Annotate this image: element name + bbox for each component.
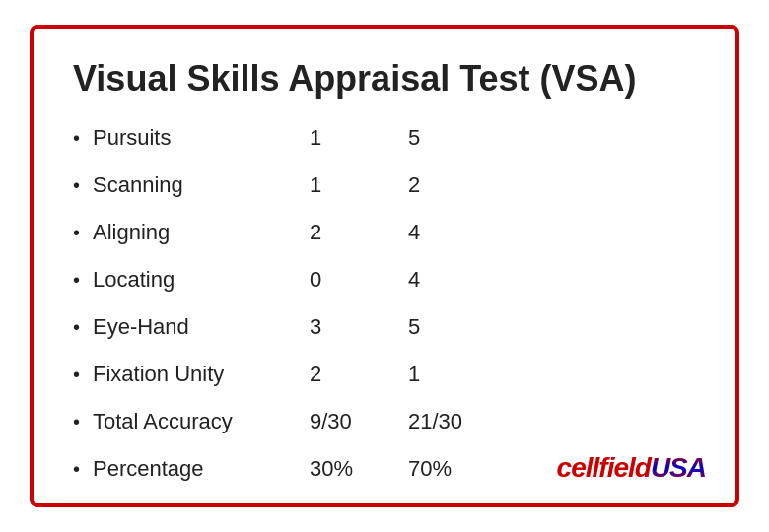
bullet-icon: • bbox=[73, 458, 93, 481]
row-label: Aligning bbox=[93, 220, 310, 245]
row-label: Scanning bbox=[93, 172, 310, 198]
row-label: Percentage bbox=[93, 456, 310, 482]
bullet-icon: • bbox=[73, 222, 93, 244]
bullet-icon: • bbox=[73, 316, 93, 339]
table-row: •Total Accuracy9/3021/30 bbox=[73, 407, 696, 436]
logo-usa: USA bbox=[651, 452, 706, 484]
table-row: •Scanning12 bbox=[73, 170, 696, 200]
row-label: Total Accuracy bbox=[93, 409, 310, 434]
table-row: •Locating04 bbox=[73, 265, 696, 295]
row-label: Pursuits bbox=[93, 125, 310, 151]
row-label: Locating bbox=[93, 267, 310, 293]
row-col1: 1 bbox=[310, 172, 408, 198]
bullet-icon: • bbox=[73, 364, 93, 386]
row-col2: 4 bbox=[408, 267, 526, 293]
row-col1: 3 bbox=[310, 314, 408, 340]
row-col1: 9/30 bbox=[310, 409, 408, 434]
table-row: •Fixation Unity21 bbox=[73, 360, 696, 389]
row-col1: 1 bbox=[310, 125, 408, 151]
row-col2: 5 bbox=[408, 314, 526, 340]
row-col2: 1 bbox=[408, 362, 526, 387]
row-col2: 2 bbox=[408, 172, 526, 198]
row-col1: 30% bbox=[310, 456, 408, 482]
table-row: •Eye-Hand35 bbox=[73, 312, 696, 342]
data-table: •Pursuits15•Scanning12•Aligning24•Locati… bbox=[73, 123, 696, 484]
page-title: Visual Skills Appraisal Test (VSA) bbox=[73, 58, 696, 100]
row-col1: 2 bbox=[310, 220, 408, 245]
table-row: •Pursuits15 bbox=[73, 123, 696, 153]
logo-area: cellfield USA bbox=[557, 452, 706, 484]
bullet-icon: • bbox=[73, 411, 93, 433]
row-col2: 70% bbox=[408, 456, 526, 482]
row-col1: 0 bbox=[310, 267, 408, 293]
row-col2: 5 bbox=[408, 125, 526, 151]
logo-cellfield: cellfield bbox=[557, 452, 651, 484]
main-card: Visual Skills Appraisal Test (VSA) •Purs… bbox=[30, 25, 739, 507]
row-label: Eye-Hand bbox=[93, 314, 310, 340]
bullet-icon: • bbox=[73, 174, 93, 197]
row-col2: 4 bbox=[408, 220, 526, 245]
row-label: Fixation Unity bbox=[93, 362, 310, 387]
bullet-icon: • bbox=[73, 127, 93, 150]
row-col1: 2 bbox=[310, 362, 408, 387]
bullet-icon: • bbox=[73, 269, 93, 292]
row-col2: 21/30 bbox=[408, 409, 526, 434]
table-row: •Aligning24 bbox=[73, 218, 696, 247]
